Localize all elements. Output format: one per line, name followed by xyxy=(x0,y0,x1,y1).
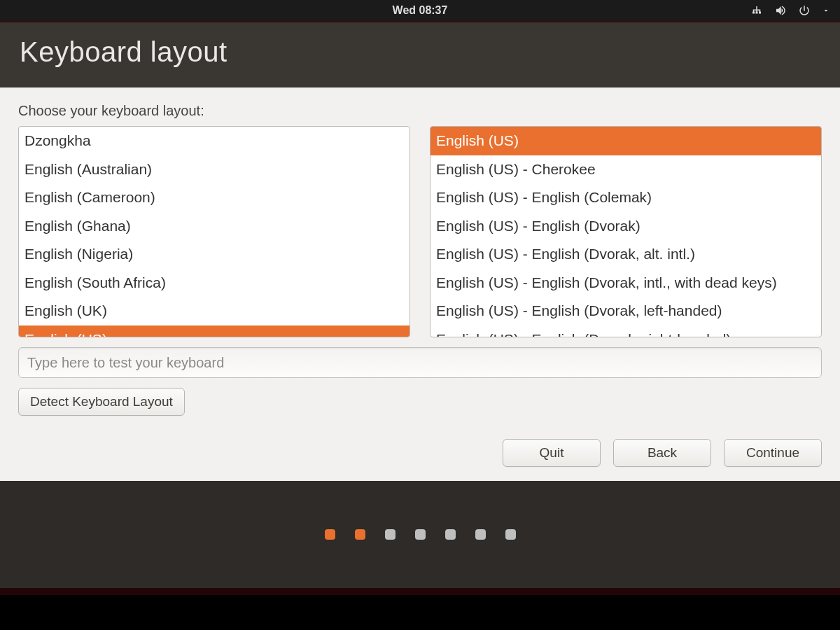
chevron-down-icon[interactable] xyxy=(822,6,830,15)
layout-list-item[interactable]: English (Nigeria) xyxy=(19,240,410,269)
page-title: Keyboard layout xyxy=(20,36,820,68)
progress-dot xyxy=(475,529,486,540)
variant-list-item[interactable]: English (US) - English (Dvorak, right-ha… xyxy=(430,326,821,337)
prompt-label: Choose your keyboard layout: xyxy=(18,103,822,119)
layout-lists: DzongkhaEnglish (Australian)English (Cam… xyxy=(18,126,822,337)
layout-list-item[interactable]: English (Ghana) xyxy=(19,212,410,241)
layout-list-item[interactable]: English (Cameroon) xyxy=(19,183,410,212)
progress-dots xyxy=(0,481,840,588)
variant-list-item[interactable]: English (US) - English (Dvorak, alt. int… xyxy=(430,240,821,269)
quit-button[interactable]: Quit xyxy=(503,439,601,467)
layout-list[interactable]: DzongkhaEnglish (Australian)English (Cam… xyxy=(18,126,410,337)
wizard-nav: Quit Back Continue xyxy=(18,439,822,467)
layout-list-item[interactable]: English (Australian) xyxy=(19,155,410,184)
variant-list-item[interactable]: English (US) - Cherokee xyxy=(430,155,821,184)
variant-list-item[interactable]: English (US) - English (Dvorak, left-han… xyxy=(430,297,821,326)
variant-list-item[interactable]: English (US) - English (Dvorak) xyxy=(430,212,821,241)
progress-dot xyxy=(505,529,516,540)
network-icon[interactable] xyxy=(750,4,763,17)
back-button[interactable]: Back xyxy=(613,439,711,467)
variant-list[interactable]: English (US)English (US) - CherokeeEngli… xyxy=(430,126,822,337)
bottom-strip xyxy=(0,588,840,630)
power-icon[interactable] xyxy=(798,4,811,17)
layout-list-item[interactable]: English (South Africa) xyxy=(19,269,410,298)
page-header: Keyboard layout xyxy=(0,22,840,88)
volume-icon[interactable] xyxy=(774,4,787,17)
system-top-bar: Wed 08:37 xyxy=(0,0,840,21)
variant-list-item[interactable]: English (US) - English (Colemak) xyxy=(430,183,821,212)
progress-dot xyxy=(445,529,456,540)
variant-list-item[interactable]: English (US) xyxy=(430,127,821,155)
layout-list-item[interactable]: Dzongkha xyxy=(19,127,410,155)
detect-keyboard-button[interactable]: Detect Keyboard Layout xyxy=(18,388,185,416)
continue-button[interactable]: Continue xyxy=(724,439,822,467)
progress-dot xyxy=(415,529,426,540)
layout-list-item[interactable]: English (US) xyxy=(19,326,410,337)
system-tray xyxy=(750,0,830,21)
progress-dot xyxy=(355,529,365,540)
layout-list-item[interactable]: English (UK) xyxy=(19,297,410,326)
variant-list-item[interactable]: English (US) - English (Dvorak, intl., w… xyxy=(430,269,821,298)
progress-dot xyxy=(385,529,396,540)
keyboard-test-input[interactable] xyxy=(18,347,822,378)
main-panel: Choose your keyboard layout: DzongkhaEng… xyxy=(0,88,840,481)
progress-dot xyxy=(325,529,335,540)
clock: Wed 08:37 xyxy=(393,4,448,17)
